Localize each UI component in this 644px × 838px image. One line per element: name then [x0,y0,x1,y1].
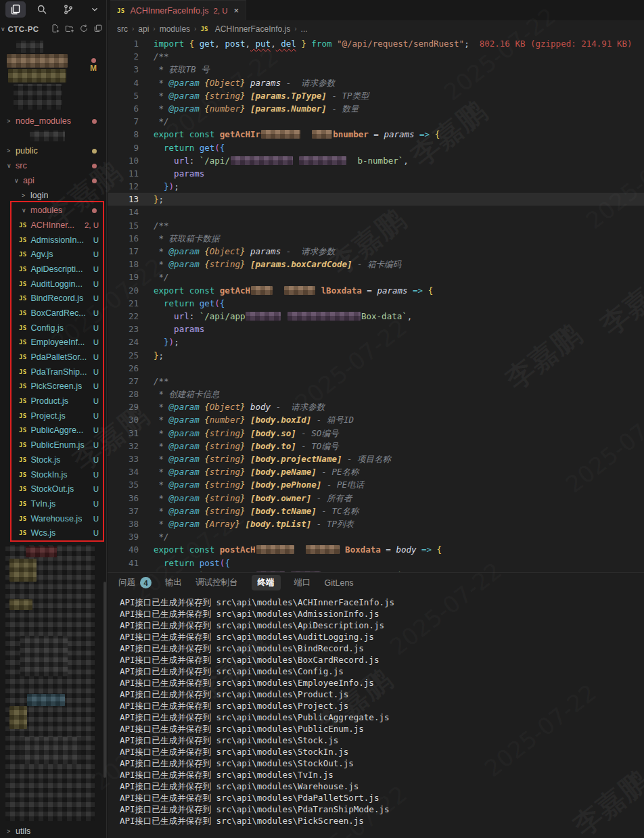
panel-tab-端口[interactable]: 端口 [294,577,311,588]
folder-chevron-icon: ∨ [22,207,28,214]
git-status-badge: U [93,515,99,523]
line-number: 21 [108,297,139,310]
sidebar-item-node_modules[interactable]: >node_modules [0,114,107,129]
breadcrumb-item[interactable]: src [117,24,128,34]
terminal-line: API接口已生成并保存到 src\api\modules\PublicAggre… [120,712,644,723]
git-status-badge: 2, U [85,221,99,229]
chevron-down-icon[interactable] [85,1,105,18]
line-number: 29 [108,400,139,413]
git-status-badge: U [93,471,99,479]
panel-tab-问题[interactable]: 问题4 [118,577,152,588]
censored-code [306,545,340,554]
refresh-icon[interactable] [79,24,89,34]
file-row[interactable]: JSStockOut.jsU [0,482,107,496]
sidebar-item-utils[interactable]: > utils [0,824,107,838]
file-row[interactable]: JSAuditLoggin...U [0,277,107,292]
panel-tab-输出[interactable]: 输出 [165,577,182,588]
explorer-icon[interactable] [5,1,26,18]
file-row[interactable]: JSWcs.jsU [0,526,107,540]
js-file-icon: JS [19,515,26,522]
file-row[interactable]: JSPickScreen.jsU [0,379,107,394]
code-editor[interactable]: 1import { get, post, put, del } from "@/… [108,37,644,572]
panel-tab-终端[interactable]: 终端 [252,575,281,590]
tab-achinnerfaceinfo[interactable]: JS ACHInnerFaceInfo.js 2, U × [110,0,246,20]
file-row[interactable]: JSProduct.jsU [0,394,107,409]
sidebar-item-src[interactable]: ∨src [0,158,107,173]
file-row[interactable]: JSTvIn.jsU [0,496,107,511]
line-number: 30 [108,413,139,426]
js-file-icon: JS [200,26,208,32]
file-row[interactable]: JSACHInner...2, U [0,218,107,233]
tab-bar: JS ACHInnerFaceInfo.js 2, U × [108,0,644,20]
file-row[interactable]: JSAgv.jsU [0,247,107,262]
sidebar-item-login[interactable]: >login [0,188,107,203]
close-icon[interactable]: × [234,5,239,16]
file-row[interactable]: JSPdaTranShip...U [0,365,107,379]
line-number: 36 [108,492,139,505]
line-number: 32 [108,440,139,452]
terminal-output[interactable]: API接口已生成并保存到 src\api\modules\ACHInnerFac… [108,592,644,838]
file-label: PublicEnum.js [30,440,84,450]
line-number: 16 [108,232,139,245]
code-line: 32 * @param {string} [body.to] - TO编号 [108,440,644,452]
code-line: 7 */ [108,115,644,128]
sidebar-scrollbar[interactable] [104,582,106,778]
terminal-line: API接口已生成并保存到 src\api\modules\StockOut.js [120,758,644,769]
file-row[interactable]: JSPublicEnum.jsU [0,438,107,452]
source-control-icon[interactable] [58,1,78,18]
file-row[interactable]: JSStock.jsU [0,452,107,467]
breadcrumb[interactable]: src›api›modules›JSACHInnerFaceInfo.js›..… [108,20,644,37]
file-row[interactable]: JSWarehouse.jsU [0,511,107,526]
file-label: StockIn.js [30,470,67,480]
search-icon[interactable] [32,1,52,18]
file-row[interactable]: JSPublicAggre...U [0,423,107,438]
line-number: 2 [108,50,139,63]
line-number: 26 [108,362,139,375]
line-number: 18 [108,258,139,271]
line-number: 5 [108,89,139,102]
breadcrumb-item[interactable]: ... [301,24,308,34]
git-status-badge: U [93,456,99,464]
folder-label: node_modules [16,116,71,126]
censored-block [14,84,62,110]
file-row[interactable]: JSEmployeeInf...U [0,335,107,350]
file-label: BoxCardRec... [30,308,85,318]
file-row[interactable]: JSPdaPalletSor...U [0,350,107,365]
breadcrumb-item[interactable]: ACHInnerFaceInfo.js [215,24,290,34]
js-file-icon: JS [19,281,26,287]
problems-count-badge: 4 [140,577,152,588]
modified-dot [92,164,97,168]
code-line: 20export const getAcH lBoxdata = params … [108,284,644,297]
js-file-icon: JS [19,369,26,375]
line-number: 4 [108,76,139,89]
line-number: 39 [108,530,139,543]
file-row[interactable]: JSBoxCardRec...U [0,306,107,321]
js-file-icon: JS [19,325,26,331]
file-row[interactable]: JSProject.jsU [0,409,107,423]
terminal-line: API接口已生成并保存到 src\api\modules\PdaTranShip… [120,804,644,815]
git-status-badge: U [93,441,99,449]
file-row[interactable]: JSStockIn.jsU [0,467,107,482]
explorer-section-header[interactable]: ∨ CTC-PC [0,20,107,38]
code-line: 2/** [108,50,644,63]
git-status-badge: U [93,426,99,434]
file-row[interactable]: JSApiDescripti...U [0,262,107,277]
sidebar-item-modules[interactable]: ∨modules [0,203,107,218]
breadcrumb-item[interactable]: api [138,24,149,34]
panel-tab-调试控制台[interactable]: 调试控制台 [196,577,238,588]
line-number: 10 [108,154,139,167]
line-number: 7 [108,115,139,128]
sidebar-item-public[interactable]: >public [0,143,107,158]
panel-tab-GitLens[interactable]: GitLens [325,578,354,588]
line-number: 13 [108,193,139,206]
code-line: 38 * @param {Array} [body.tpList] - TP列表 [108,517,644,530]
sidebar-item-api[interactable]: ∨api [0,173,107,188]
file-row[interactable]: JSConfig.jsU [0,321,107,335]
file-row[interactable]: JSBindRecord.jsU [0,291,107,306]
new-file-icon[interactable] [51,24,60,34]
file-row[interactable]: JSAdmissionIn...U [0,233,107,248]
line-number: 27 [108,375,139,388]
breadcrumb-item[interactable]: modules [160,24,190,34]
new-folder-icon[interactable] [65,24,74,34]
collapse-all-icon[interactable] [93,24,103,34]
